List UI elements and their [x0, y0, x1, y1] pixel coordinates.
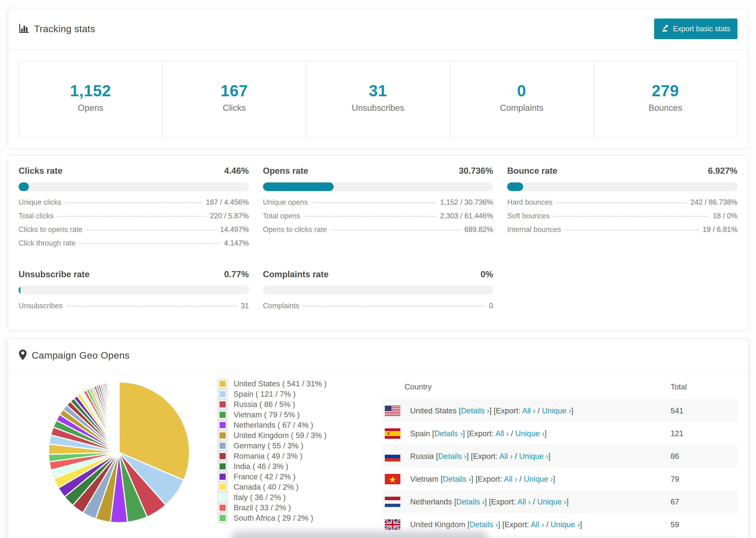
export-label: Export: — [473, 452, 498, 460]
metric-row: Opens to clicks rate689.82% — [263, 225, 493, 239]
details-link[interactable]: Details › — [434, 429, 463, 438]
details-link[interactable]: Details › — [456, 497, 485, 506]
table-row-vietnam: Vietnam [Details ›] [Export: All › / Uni… — [382, 467, 737, 490]
rate-value: 30.736% — [459, 166, 493, 176]
metric-label: Unique clicks — [19, 198, 62, 207]
table-row-united-states: United States [Details ›] [Export: All ›… — [382, 399, 737, 422]
country-cell: Netherlands [Details ›] [Export: All › /… — [410, 497, 671, 506]
metric-value: 1,152 / 30.736% — [440, 198, 493, 207]
export-all-link[interactable]: All › — [531, 520, 544, 529]
export-all-link[interactable]: All › — [495, 429, 509, 438]
legend-label: Netherlands ( 67 / 4% ) — [234, 421, 313, 430]
export-unique-link[interactable]: Unique › — [542, 406, 571, 415]
legend-item-brazil: Brazil ( 33 / 2% ) — [218, 503, 373, 513]
metric-value: 689.82% — [464, 225, 493, 234]
export-unique-link[interactable]: Unique › — [537, 497, 567, 506]
bracket: ] — [553, 475, 555, 483]
export-label: Export: — [496, 406, 520, 415]
dotted-leader — [311, 202, 436, 203]
legend-swatch — [218, 503, 228, 512]
export-all-link[interactable]: All › — [504, 475, 517, 483]
metric-value: 18 / 0% — [713, 212, 737, 220]
total-cell: 79 — [671, 475, 737, 484]
stat-cell-unsubscribes: 31Unsubscribes — [306, 61, 450, 137]
progress-bar — [507, 183, 737, 191]
bracket: ] — [471, 475, 473, 483]
dotted-leader — [58, 216, 206, 217]
total-cell: 541 — [671, 406, 737, 415]
country-cell: United Kingdom [Details ›] [Export: All … — [410, 520, 671, 529]
bracket: ] — [490, 406, 492, 415]
metric-label: Clicks to opens rate — [19, 225, 82, 234]
metric-row: Complaints0 — [263, 301, 493, 315]
legend-swatch — [218, 461, 228, 471]
export-unique-link[interactable]: Unique › — [524, 475, 553, 483]
export-all-link[interactable]: All › — [517, 497, 531, 506]
legend-swatch — [218, 493, 228, 502]
details-link[interactable]: Details › — [469, 520, 498, 529]
metric-label: Unique opens — [263, 198, 308, 207]
stat-value: 279 — [594, 81, 737, 100]
table-body: United States [Details ›] [Export: All ›… — [382, 399, 737, 538]
legend-label: United States ( 541 / 31% ) — [234, 379, 327, 388]
bracket: ] — [466, 452, 469, 460]
export-label: Export: — [505, 520, 529, 529]
metric-row: Total opens2,303 / 61.446% — [263, 212, 493, 225]
legend-swatch — [218, 420, 228, 430]
legend-item-russia: Russia ( 86 / 5% ) — [218, 399, 373, 409]
export-basic-stats-button[interactable]: Export basic stats — [654, 19, 737, 39]
metric-label: Unsubscribes — [19, 301, 63, 310]
export-unique-link[interactable]: Unique › — [519, 452, 549, 460]
progress-bar-fill — [19, 286, 21, 295]
rate-title: Unsubscribe rate — [19, 269, 89, 279]
bracket: ] — [580, 520, 582, 529]
country-name: Russia — [410, 452, 434, 460]
legend-swatch — [218, 430, 228, 440]
pie-legend: United States ( 541 / 31% )Spain ( 121 /… — [218, 379, 373, 523]
details-link[interactable]: Details › — [443, 475, 471, 483]
metric-label: Soft bounces — [507, 212, 550, 220]
export-unique-link[interactable]: Unique › — [551, 520, 580, 529]
rate-title: Complaints rate — [263, 269, 329, 279]
country-cell: Russia [Details ›] [Export: All › / Uniq… — [410, 452, 671, 461]
rate-value: 0.77% — [224, 269, 249, 279]
legend-label: Romania ( 49 / 3% ) — [234, 452, 302, 460]
bracket: ] — [463, 429, 465, 438]
rate-value: 6.927% — [708, 166, 738, 176]
export-all-link[interactable]: All › — [522, 406, 536, 415]
metric-row: Unsubscribes31 — [19, 301, 249, 315]
table-row-spain: Spain [Details ›] [Export: All › / Uniqu… — [382, 422, 737, 445]
details-link[interactable]: Details › — [438, 452, 466, 460]
bracket: [ — [436, 452, 438, 460]
rate-panel-clicks-rate: Clicks rate4.46%Unique clicks167 / 4.456… — [19, 166, 249, 252]
legend-label: Russia ( 86 / 5% ) — [234, 400, 295, 409]
bracket: [ — [475, 475, 477, 483]
metric-label: Total clicks — [19, 212, 54, 220]
total-cell: 67 — [671, 497, 737, 506]
legend-item-france: France ( 42 / 2% ) — [218, 471, 373, 482]
metric-label: Opens to clicks rate — [263, 225, 327, 234]
dotted-leader — [556, 202, 687, 203]
geo-content: United States ( 541 / 31% )Spain ( 121 /… — [8, 372, 748, 538]
nl-flag-icon — [382, 497, 410, 507]
bracket: [ — [489, 497, 491, 506]
rates-grid: Clicks rate4.46%Unique clicks167 / 4.456… — [19, 166, 737, 315]
legend-item-united-kingdom: United Kingdom ( 59 / 3% ) — [218, 430, 373, 441]
stat-label: Unsubscribes — [306, 103, 450, 113]
progress-bar-fill — [19, 183, 29, 191]
legend-label: Brazil ( 33 / 2% ) — [234, 503, 291, 512]
metric-row: Click through rate4.147% — [19, 239, 249, 252]
stat-label: Complaints — [450, 103, 593, 113]
export-all-link[interactable]: All › — [499, 452, 513, 460]
rate-panel-opens-rate: Opens rate30.736%Unique opens1,152 / 30.… — [263, 166, 493, 252]
details-link[interactable]: Details › — [461, 406, 489, 415]
below-fold-element — [231, 531, 487, 538]
export-unique-link[interactable]: Unique › — [515, 429, 545, 438]
rate-panel-unsubscribe-rate: Unsubscribe rate0.77%Unsubscribes31 — [19, 269, 249, 315]
dotted-leader — [565, 230, 699, 230]
bracket: [ — [467, 520, 469, 529]
geo-header: Campaign Geo Opens — [8, 339, 748, 372]
rate-title: Clicks rate — [19, 166, 63, 176]
bracket: ] — [498, 520, 500, 529]
dotted-leader — [80, 243, 220, 244]
